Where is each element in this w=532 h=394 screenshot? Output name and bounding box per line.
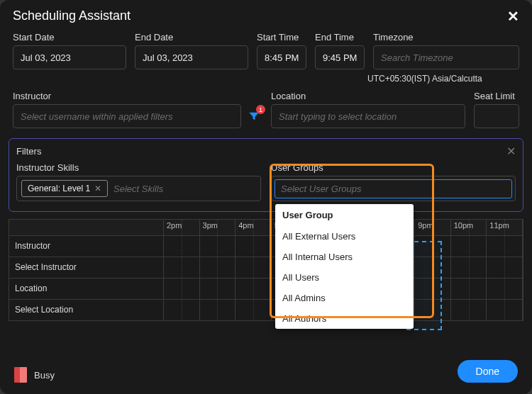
- user-groups-field[interactable]: [271, 176, 516, 201]
- done-button[interactable]: Done: [458, 360, 518, 383]
- instructor-label: Instructor: [13, 91, 262, 101]
- dropdown-option[interactable]: All Users: [275, 267, 414, 288]
- instructor-input[interactable]: [13, 104, 241, 128]
- schedule-row[interactable]: Select Instructor: [9, 257, 523, 278]
- dropdown-option[interactable]: All Authors: [275, 308, 414, 329]
- end-date-input[interactable]: [135, 45, 248, 69]
- dropdown-header: User Group: [275, 204, 414, 226]
- start-date-input[interactable]: [13, 45, 126, 69]
- schedule-row[interactable]: Select Location: [9, 299, 523, 320]
- instructor-skills-label: Instructor Skills: [16, 162, 261, 173]
- schedule-row: Location: [9, 278, 523, 299]
- close-icon[interactable]: ✕: [507, 9, 519, 23]
- row-label[interactable]: Select Location: [9, 300, 164, 320]
- hour-col: 2pm: [164, 220, 200, 235]
- filters-panel: Filters ✕ Instructor Skills General: Lev…: [9, 138, 523, 212]
- row-label[interactable]: Select Instructor: [9, 257, 164, 278]
- location-input[interactable]: [271, 104, 465, 128]
- skill-chip: General: Level 1 ✕: [21, 180, 108, 197]
- dropdown-option[interactable]: All External Users: [275, 226, 414, 247]
- timezone-note: UTC+05:30(IST) Asia/Calcutta: [0, 72, 532, 84]
- filter-badge: 1: [256, 105, 265, 114]
- skills-input[interactable]: [112, 183, 256, 195]
- hour-col: 9pm: [415, 220, 451, 235]
- seat-limit-label: Seat Limit: [474, 91, 519, 101]
- location-label: Location: [271, 91, 465, 101]
- row-label: Location: [9, 278, 164, 299]
- hour-col: 3pm: [200, 220, 236, 235]
- seat-limit-input[interactable]: [474, 104, 519, 128]
- skill-chip-label: General: Level 1: [28, 184, 90, 193]
- user-groups-label: User Groups: [271, 162, 516, 173]
- dropdown-option[interactable]: All Admins: [275, 288, 414, 308]
- start-time-label: Start Time: [257, 32, 306, 43]
- user-groups-dropdown: User Group All External Users All Intern…: [275, 204, 414, 329]
- timezone-input[interactable]: [373, 45, 519, 69]
- busy-legend-label: Busy: [34, 370, 55, 381]
- start-date-label: Start Date: [13, 32, 126, 43]
- filter-icon[interactable]: 1: [245, 108, 262, 125]
- schedule-grid: 2pm 3pm 4pm 5pm 6pm 7pm 8pm 9pm 10pm 11p…: [9, 219, 523, 321]
- schedule-row: Instructor: [9, 235, 523, 257]
- dialog-title: Scheduling Assistant: [13, 9, 131, 23]
- end-time-label: End Time: [315, 32, 365, 43]
- skills-field[interactable]: General: Level 1 ✕: [16, 176, 261, 201]
- user-groups-input[interactable]: [275, 179, 512, 198]
- filters-close-icon[interactable]: ✕: [506, 145, 516, 158]
- row-label: Instructor: [9, 236, 164, 257]
- hour-col: 11pm: [487, 220, 523, 235]
- end-date-label: End Date: [135, 32, 248, 43]
- timezone-label: Timezone: [373, 32, 519, 43]
- hour-col: 10pm: [451, 220, 487, 235]
- start-time-input[interactable]: [257, 45, 306, 69]
- dropdown-option[interactable]: All Internal Users: [275, 247, 414, 267]
- hour-col: 4pm: [235, 220, 272, 235]
- filters-heading: Filters: [16, 146, 41, 157]
- chip-remove-icon[interactable]: ✕: [94, 184, 101, 193]
- end-time-input[interactable]: [315, 45, 365, 69]
- busy-swatch: [14, 367, 27, 383]
